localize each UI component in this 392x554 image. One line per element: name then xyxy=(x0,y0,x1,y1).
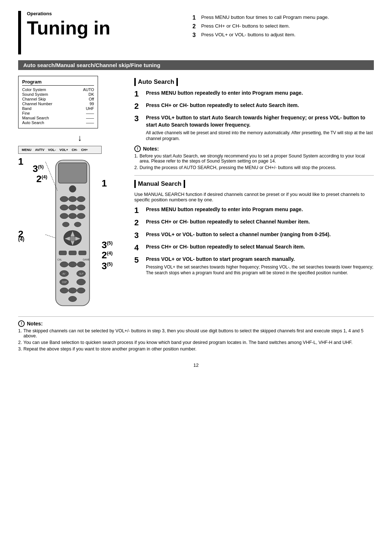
right-labels: 1 3(5) 2(4) 3(5) xyxy=(102,157,122,309)
program-row-manual: Manual Search —— xyxy=(22,116,94,120)
svg-point-35 xyxy=(60,288,68,293)
auto-step-2: 2 Press CH+ or CH- button repeatedly to … xyxy=(134,102,374,111)
arrow-down-icon: ↓ xyxy=(36,133,123,143)
inst-text-1: Press MENU button four times to call Pro… xyxy=(201,15,329,20)
divider-line xyxy=(134,175,374,176)
auto-step3-subnote: All active channels will be preset and s… xyxy=(146,130,374,142)
svg-point-8 xyxy=(77,205,85,210)
label-24-sub: (4) xyxy=(107,250,113,256)
remote-svg: CAL GAME AV SLP DSP xyxy=(44,157,102,309)
svg-point-38 xyxy=(69,296,77,302)
auto-search-bar-left xyxy=(134,78,136,86)
page-title: Tuning in xyxy=(27,18,178,38)
manual-step-text-2: Press CH+ or CH- button repeatedly to se… xyxy=(146,218,310,226)
remote-diagram: 1 3(5) 2(4) 2 (4) xyxy=(18,157,123,309)
program-box: Program Color System AUTO Sound System D… xyxy=(18,76,98,128)
inst-text-3: Press VOL+ or VOL- buttons to adjust ite… xyxy=(201,32,295,37)
program-row-fine: Fine —— xyxy=(22,111,94,115)
svg-point-36 xyxy=(69,288,77,293)
manual-step-text-3: Press VOL+ or VOL- button to select a ch… xyxy=(146,231,331,238)
manual-step-num-2: 2 xyxy=(134,218,142,227)
bottom-note-3: 3. Repeat the above steps if you want to… xyxy=(18,346,374,352)
program-row-chskip: Channel Skip Off xyxy=(22,97,94,101)
menu-btn-label: MENU xyxy=(21,148,33,152)
svg-point-10 xyxy=(69,213,77,219)
svg-text:GAME: GAME xyxy=(83,258,90,261)
section-heading-bar: Auto search/Manual search/Channel skip/F… xyxy=(18,60,374,70)
label-1-top: 1 xyxy=(18,157,23,166)
auto-step-text-3: Press VOL+ button to start Auto Search t… xyxy=(146,114,374,142)
program-row-chnum: Channel Number 99 xyxy=(22,102,94,106)
volplus-btn-label: VOL+ xyxy=(58,148,69,152)
label-35-right: 3(5) xyxy=(102,240,113,250)
inst-num-1: 1 xyxy=(192,15,198,21)
svg-point-19 xyxy=(70,236,75,241)
svg-text:AV: AV xyxy=(62,272,66,275)
auto-step-3: 3 Press VOL+ button to start Auto Search… xyxy=(134,114,374,142)
bottom-notes-icon: ! xyxy=(18,320,25,327)
label-4-left: (4) xyxy=(18,237,24,242)
svg-text:DSP: DSP xyxy=(62,281,67,283)
manual-search-bar-right xyxy=(184,180,185,188)
svg-point-37 xyxy=(77,288,85,293)
manual-step-num-5: 5 xyxy=(134,256,142,264)
svg-rect-22 xyxy=(79,251,86,255)
svg-point-34 xyxy=(77,279,85,285)
page-number: 12 xyxy=(18,362,374,368)
right-panel: Auto Search 1 Press MENU button repeated… xyxy=(134,76,374,280)
manual-step-1: 1 Press MENU button repeatedly to enter … xyxy=(134,206,374,215)
svg-point-4 xyxy=(69,196,77,202)
auto-step-1: 1 Press MENU button repeatedly to enter … xyxy=(134,90,374,98)
auto-step-num-3: 3 xyxy=(134,114,142,123)
svg-point-6 xyxy=(60,205,68,210)
label-35-sub: (5) xyxy=(107,240,113,246)
auto-step-num-2: 2 xyxy=(134,102,142,111)
auto-search-bar-right xyxy=(176,78,178,86)
svg-point-7 xyxy=(69,205,77,210)
program-row-band: Band UHF xyxy=(22,106,94,111)
inst-num-2: 2 xyxy=(192,23,198,30)
manual-search-bar-left xyxy=(134,180,136,188)
header-instructions: 1 Press MENU button four times to call P… xyxy=(178,11,374,41)
label-3-top: 3(5) xyxy=(33,164,44,173)
svg-point-9 xyxy=(60,213,68,219)
svg-rect-20 xyxy=(59,251,67,255)
auto-search-title: Auto Search xyxy=(138,78,174,86)
bottom-notes-section: ! Notes: 1. The skipped channels can not… xyxy=(18,316,374,352)
bottom-note-2: 2. You can use Band selection to quicken… xyxy=(18,340,374,345)
inst-num-3: 3 xyxy=(192,32,198,38)
auto-search-heading: Auto Search xyxy=(134,78,374,86)
label-2-sub: (4) xyxy=(41,174,47,180)
manual-search-intro: Use MANUAL SEARCH function if desired ch… xyxy=(134,192,374,202)
svg-line-40 xyxy=(45,235,56,238)
svg-rect-1 xyxy=(58,163,87,183)
label-3-sub: (5) xyxy=(38,164,44,169)
manual-step-num-1: 1 xyxy=(134,206,142,215)
manual-step-num-3: 3 xyxy=(134,231,142,240)
label-2-top: 2(4) xyxy=(36,174,47,184)
remote-buttons-bar: MENU AV/TV VOL- VOL+ CH- CH+ xyxy=(18,146,102,154)
program-box-title: Program xyxy=(22,79,94,86)
svg-rect-21 xyxy=(69,251,77,255)
manual-step-num-4: 4 xyxy=(134,243,142,252)
chminus-btn-label: CH- xyxy=(71,148,79,152)
program-row-sound: Sound System DK xyxy=(22,92,94,97)
manual-step-3: 3 Press VOL+ or VOL- button to select a … xyxy=(134,231,374,240)
bottom-notes-title: ! Notes: xyxy=(18,320,374,327)
avtv-btn-label: AV/TV xyxy=(34,148,46,152)
title-border-bar xyxy=(18,11,21,54)
svg-point-3 xyxy=(60,196,68,202)
bottom-note-1: 1. The skipped channels can not be selec… xyxy=(18,328,374,338)
label-1-right: 1 xyxy=(102,178,107,188)
manual-step-text-1: Press MENU button repeatedly to enter in… xyxy=(146,206,303,213)
diagram-labels: 1 3(5) 2(4) 2 (4) xyxy=(18,157,44,309)
svg-text:SLP: SLP xyxy=(79,272,83,275)
svg-point-25 xyxy=(60,262,68,267)
svg-point-27 xyxy=(77,262,85,267)
program-row-auto: Auto Search —— xyxy=(22,120,94,125)
chplus-btn-label: CH+ xyxy=(80,148,89,152)
label-24-right: 2(4) xyxy=(102,250,113,260)
left-panel: Program Color System AUTO Sound System D… xyxy=(18,76,123,309)
auto-step-num-1: 1 xyxy=(134,90,142,98)
manual-search-title: Manual Search xyxy=(138,180,181,188)
